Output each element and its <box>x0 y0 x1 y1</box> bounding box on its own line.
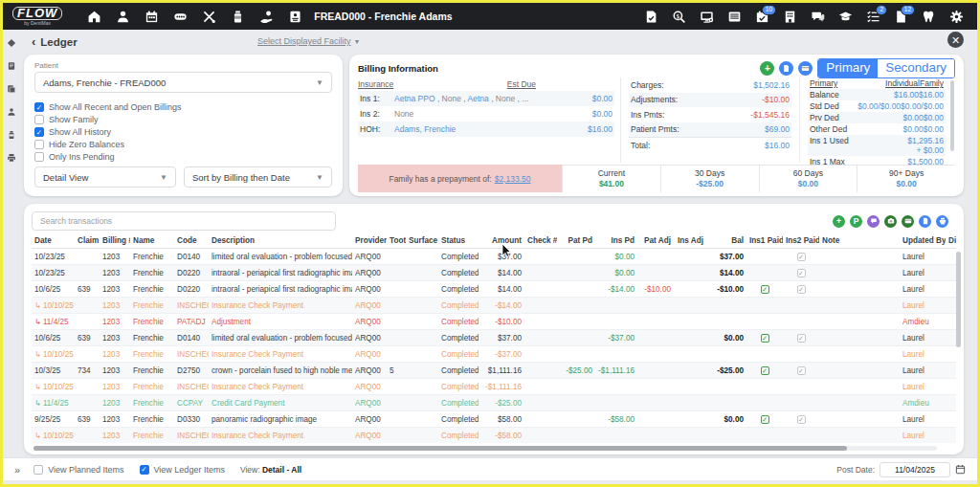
payment-button[interactable]: P <box>850 215 862 228</box>
patient-select[interactable]: Adams, Frenchie - FREAD000 ▼ <box>34 72 332 93</box>
transaction-row[interactable]: 10/6/256391203FrenchieD0140limited oral … <box>32 330 956 346</box>
column-header-amount[interactable]: Amount <box>479 236 524 245</box>
ins1-paid-checkbox[interactable]: ✓ <box>761 334 769 343</box>
column-header-billing[interactable]: Billing # <box>100 236 130 245</box>
ins2-paid-checkbox[interactable]: ✓ <box>797 285 806 294</box>
treatment-plan-button[interactable] <box>867 215 880 228</box>
imaging-icon[interactable] <box>700 10 714 24</box>
column-header-pat-adj[interactable]: Pat Adj <box>637 236 674 245</box>
column-header-tooth[interactable]: Tooth <box>387 236 406 245</box>
transaction-row[interactable]: ↳11/4/251203FrenchiePATADJAdjustmentARQ0… <box>32 314 956 330</box>
reports-icon[interactable] <box>727 10 742 24</box>
close-button[interactable]: ✕ <box>947 32 964 48</box>
education-icon[interactable] <box>838 10 853 24</box>
documents-icon[interactable]: 12 <box>894 10 908 24</box>
insurance-link[interactable]: Aetna <box>468 94 489 103</box>
task-list-icon[interactable]: 2 <box>866 10 880 24</box>
camera-button[interactable] <box>884 215 897 228</box>
duplicate-icon[interactable] <box>7 84 16 94</box>
claims-icon[interactable] <box>644 10 658 24</box>
home-icon[interactable] <box>87 10 101 24</box>
transaction-row[interactable]: 10/3/257341203FrenchieD2750crown - porce… <box>32 363 956 379</box>
prescriptions-icon[interactable] <box>231 10 245 24</box>
print-button[interactable] <box>936 215 948 228</box>
ins1-paid-checkbox[interactable]: ✓ <box>761 415 769 424</box>
facility-selector[interactable]: Select Displayed Facility▼ <box>257 36 360 46</box>
ins2-paid-checkbox[interactable]: ✓ <box>797 415 806 424</box>
statement-button[interactable] <box>919 215 931 228</box>
column-header-name[interactable]: Name <box>130 236 174 245</box>
schedule-icon[interactable] <box>145 10 159 24</box>
transaction-row[interactable]: ↳10/10/251203FrenchieINSCHECIInsurance C… <box>32 428 956 443</box>
calendar-icon[interactable] <box>955 464 966 475</box>
column-header-claim[interactable]: Claim # <box>75 236 100 245</box>
dentures-icon[interactable] <box>173 10 188 24</box>
column-header-ins-pd[interactable]: Ins Pd <box>595 236 637 245</box>
column-header-date[interactable]: Date <box>32 236 75 245</box>
search-input[interactable] <box>32 211 336 231</box>
tooth-icon[interactable] <box>922 10 936 24</box>
post-date-input[interactable] <box>880 462 950 477</box>
transaction-row[interactable]: ↳10/10/251203FrenchieINSCHECIInsurance C… <box>32 298 956 314</box>
payment-button[interactable] <box>798 61 813 76</box>
column-header-ins-adj[interactable]: Ins Adj <box>674 236 706 245</box>
expand-sidebar-icon[interactable]: » <box>14 464 20 476</box>
filter-show-all-history[interactable]: ✓ Show All History <box>34 127 332 137</box>
office-icon[interactable] <box>783 10 797 24</box>
transaction-row[interactable]: 10/6/256391203FrenchieD0220intraoral - p… <box>32 281 956 298</box>
transaction-row[interactable]: ↳10/10/251203FrenchieINSCHECIInsurance C… <box>32 379 956 395</box>
app-logo[interactable]: FLOW by DentiMax <box>12 7 62 26</box>
patient-card-icon[interactable] <box>288 10 302 24</box>
transaction-row[interactable]: ↳11/4/251203FrenchieCCPAYCredit Card Pay… <box>32 395 956 411</box>
column-header-updated-by[interactable]: Updated By <box>900 236 946 245</box>
column-header-note[interactable]: Note <box>819 236 900 245</box>
column-header-di[interactable]: Di <box>946 236 956 245</box>
column-header-provider[interactable]: Provider <box>352 236 387 245</box>
ledger-back-button[interactable]: ‹ Ledger <box>32 36 78 48</box>
view-planned-checkbox[interactable]: View Planned Items <box>33 465 123 475</box>
printer-icon[interactable] <box>7 153 16 163</box>
ins1-paid-checkbox[interactable]: ✓ <box>761 366 769 375</box>
card-payment-button[interactable] <box>902 215 914 228</box>
sort-select[interactable]: Sort by Billing then Date ▼ <box>184 166 332 188</box>
prepayment-link[interactable]: $2,133.50 <box>495 174 531 184</box>
instruments-icon[interactable] <box>202 10 216 24</box>
settings-icon[interactable] <box>949 10 964 24</box>
ins2-paid-checkbox[interactable]: ✓ <box>797 253 806 261</box>
fee-search-icon[interactable]: $ <box>672 10 686 24</box>
column-header-pat-pd[interactable]: Pat Pd <box>557 236 595 245</box>
patient-icon[interactable] <box>7 107 16 117</box>
ins1-paid-checkbox[interactable]: ✓ <box>761 285 769 294</box>
insurance-link[interactable]: Adams, Frenchie <box>394 124 456 134</box>
column-header-status[interactable]: Status <box>438 236 479 245</box>
messages-icon[interactable] <box>811 10 825 24</box>
vertical-scrollbar[interactable] <box>956 252 961 347</box>
statement-button[interactable] <box>779 61 793 76</box>
patients-icon[interactable] <box>116 10 130 24</box>
filter-hide-zero-balances[interactable]: Hide Zero Balances <box>34 140 332 149</box>
column-header-ins2-paid[interactable]: Ins2 Paid <box>783 236 819 245</box>
add-billing-button[interactable]: + <box>760 61 774 76</box>
horizontal-scrollbar[interactable] <box>33 446 847 451</box>
view-ledger-checkbox[interactable]: ✓ View Ledger Items <box>140 465 225 475</box>
transaction-row[interactable]: 10/23/251203FrenchieD0140limited oral ev… <box>32 249 956 265</box>
filter-show-all-recent-and-open-billings[interactable]: ✓ Show All Recent and Open Billings <box>34 102 332 112</box>
filter-only-ins-pending[interactable]: Only Ins Pending <box>34 152 332 162</box>
transaction-row[interactable]: ↳10/10/251203FrenchieINSCHECIInsurance C… <box>32 346 956 363</box>
ins2-paid-checkbox[interactable]: ✓ <box>797 269 806 277</box>
column-header-description[interactable]: Description <box>209 236 352 245</box>
ins2-paid-checkbox[interactable]: ✓ <box>797 366 806 375</box>
secondary-toggle-button[interactable]: Secondary <box>878 59 954 77</box>
insurance-link[interactable]: Aetna PPO <box>394 94 435 103</box>
appointments-icon[interactable]: 10 <box>755 10 769 24</box>
notes-icon[interactable] <box>7 61 16 71</box>
view-mode-select[interactable]: Detail View ▼ <box>34 166 176 188</box>
primary-toggle-button[interactable]: Primary <box>818 59 878 77</box>
column-header-code[interactable]: Code <box>174 236 209 245</box>
transaction-row[interactable]: 10/23/251203FrenchieD0220intraoral - per… <box>32 265 956 281</box>
add-transaction-button[interactable]: + <box>833 215 845 228</box>
collections-icon[interactable] <box>259 10 274 24</box>
column-header-ins1-paid[interactable]: Ins1 Paid <box>746 236 783 245</box>
column-header-bal[interactable]: Bal <box>706 236 746 245</box>
filter-show-family[interactable]: Show Family <box>34 115 332 124</box>
